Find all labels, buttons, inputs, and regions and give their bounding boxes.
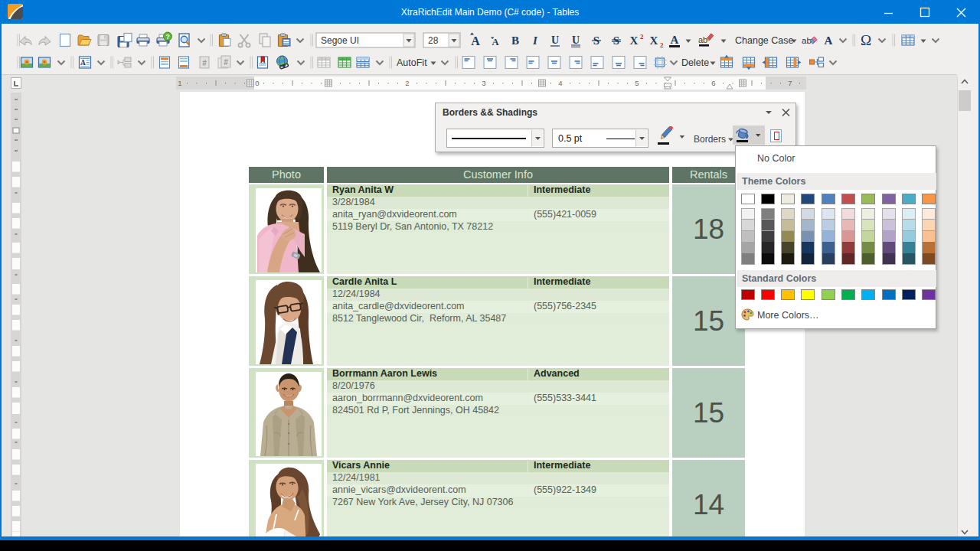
- svg-text:2: 2: [405, 79, 409, 87]
- svg-text:A: A: [825, 34, 833, 47]
- svg-text:X: X: [630, 34, 639, 47]
- svg-text:S: S: [613, 34, 619, 47]
- svg-text:#: #: [224, 58, 228, 67]
- svg-text:4: 4: [558, 79, 562, 87]
- svg-text:3: 3: [482, 79, 485, 87]
- svg-text:2: 2: [640, 33, 644, 41]
- svg-text:A: A: [80, 59, 86, 67]
- svg-text:5: 5: [635, 79, 639, 87]
- svg-text:28: 28: [428, 35, 439, 46]
- svg-text:I: I: [532, 34, 538, 47]
- svg-text:7: 7: [788, 79, 792, 87]
- svg-text:0: 0: [255, 79, 259, 87]
- svg-text:?: ?: [165, 33, 169, 41]
- svg-text:U: U: [551, 34, 559, 46]
- svg-text:X: X: [650, 34, 658, 47]
- svg-text:ab: ab: [698, 35, 707, 44]
- svg-text:Change Case: Change Case: [735, 35, 793, 46]
- svg-text:A: A: [471, 34, 480, 47]
- svg-text:AutoFit: AutoFit: [397, 57, 427, 68]
- svg-text:Delete: Delete: [681, 57, 709, 68]
- svg-text:2: 2: [660, 41, 664, 49]
- svg-text:Ω: Ω: [861, 32, 871, 48]
- svg-text:B: B: [511, 34, 519, 47]
- svg-text:Segoe UI: Segoe UI: [321, 35, 359, 46]
- svg-text:6: 6: [711, 79, 715, 87]
- svg-text:#: #: [202, 59, 207, 67]
- svg-text:U: U: [572, 34, 580, 46]
- svg-text:1: 1: [178, 79, 181, 87]
- svg-text:A: A: [671, 34, 679, 46]
